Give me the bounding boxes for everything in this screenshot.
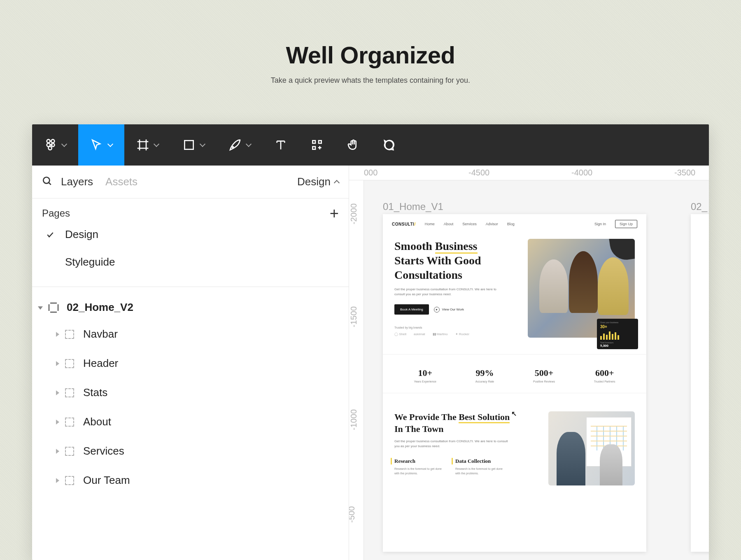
preview-section2-heading: We Provide The Best Solution↖ In The Tow…: [394, 411, 538, 435]
preview-col-text: Research is the foremost to get done wit…: [394, 467, 444, 476]
preview-nav-item: About: [444, 222, 454, 226]
preview-nav-item: Home: [425, 222, 435, 226]
chevron-down-icon: [200, 141, 205, 147]
svg-line-20: [49, 182, 51, 184]
group-icon: [65, 476, 74, 485]
resources-tool-button[interactable]: [299, 124, 335, 166]
preview-hero-image: Grow your business 30+ Total Investors 5…: [528, 239, 635, 346]
group-icon: [65, 359, 74, 368]
artboard-home-v2-partial[interactable]: [691, 214, 709, 552]
frame-tool-button[interactable]: [124, 124, 170, 166]
triangle-right-icon: [56, 390, 59, 395]
ruler-horizontal: 000 -4500 -4000 -3500: [349, 166, 709, 180]
group-icon: [65, 388, 74, 397]
triangle-right-icon: [56, 332, 59, 337]
pages-label: Pages: [42, 208, 70, 219]
group-icon: [65, 447, 74, 456]
layer-root[interactable]: 02_Home_V2: [32, 287, 349, 320]
text-tool-button[interactable]: [263, 124, 299, 166]
preview-hero-desc: Get the proper business consultation fro…: [394, 287, 497, 297]
preview-stats-row: 10+Years Experience 99%Accuracy Rate 500…: [383, 354, 646, 393]
play-icon: ▸: [434, 307, 440, 313]
tab-layers[interactable]: Layers: [61, 175, 93, 188]
left-panel: Layers Assets Design Pages + Design: [32, 166, 349, 560]
layer-name: Services: [83, 445, 124, 457]
svg-rect-14: [312, 140, 315, 143]
layer-name: About: [83, 415, 111, 428]
chevron-down-icon: [154, 141, 159, 147]
page-name: Design: [65, 228, 98, 241]
toolbar: [32, 124, 709, 166]
add-page-button[interactable]: +: [330, 209, 339, 217]
figma-window: Layers Assets Design Pages + Design: [32, 124, 709, 560]
preview-nav-item: Advisor: [486, 222, 498, 226]
preview-cta-button: Book A Meeting: [394, 304, 429, 315]
preview-signup: Sign Up: [615, 220, 637, 228]
page-item-styleguide[interactable]: Styleguide: [32, 248, 349, 276]
layer-name: 02_Home_V2: [67, 301, 133, 314]
triangle-right-icon: [56, 420, 59, 425]
chevron-down-icon: [246, 141, 252, 147]
page-title: Well Organized: [0, 41, 741, 69]
layer-item[interactable]: Services: [32, 436, 349, 466]
triangle-right-icon: [56, 449, 59, 454]
search-icon[interactable]: [42, 176, 53, 188]
page-subtitle: Take a quick preview whats the templates…: [0, 76, 741, 85]
preview-navbar: CONSULTI/ Home About Services Advisor Bl…: [383, 214, 646, 234]
artboard-home-v1[interactable]: CONSULTI/ Home About Services Advisor Bl…: [383, 214, 646, 552]
preview-hero-heading: Smooth Business Starts With Good Consult…: [394, 239, 520, 282]
frame-label[interactable]: 02_: [691, 201, 707, 212]
preview-col-heading: Data Collection: [452, 458, 505, 464]
triangle-right-icon: [56, 478, 59, 483]
svg-rect-8: [184, 140, 193, 149]
chevron-down-icon: [107, 141, 113, 147]
svg-point-9: [232, 147, 233, 148]
preview-brands: ◯ Shell askimat ▮▮ Martino ✦ Rocker: [394, 332, 520, 336]
preview-nav-item: Services: [462, 222, 477, 226]
preview-section2-image: [548, 411, 635, 485]
layer-item[interactable]: Stats: [32, 378, 349, 407]
group-icon: [65, 330, 74, 339]
move-tool-button[interactable]: [78, 124, 124, 166]
page-selector[interactable]: Design: [297, 175, 339, 188]
triangle-right-icon: [56, 361, 59, 366]
svg-rect-16: [312, 147, 315, 149]
shape-tool-button[interactable]: [170, 124, 217, 166]
frame-label[interactable]: 01_Home_V1: [383, 201, 443, 212]
check-icon: [44, 231, 56, 239]
preview-signin: Sign In: [594, 222, 606, 226]
ruler-vertical: -2000 -1500 -1000 -500: [349, 180, 364, 560]
comment-tool-button[interactable]: [371, 124, 408, 166]
preview-col-text: Research is the foremost to get done wit…: [455, 467, 505, 476]
layer-item[interactable]: Navbar: [32, 320, 349, 349]
layer-item[interactable]: About: [32, 407, 349, 436]
page-item-design[interactable]: Design: [32, 221, 349, 248]
tab-assets[interactable]: Assets: [105, 175, 137, 188]
chevron-down-icon: [61, 141, 67, 147]
svg-point-1: [51, 140, 54, 143]
layer-item[interactable]: Header: [32, 349, 349, 378]
pen-tool-button[interactable]: [217, 124, 263, 166]
layer-item[interactable]: Our Team: [32, 466, 349, 495]
canvas[interactable]: 000 -4500 -4000 -3500 -2000 -1500 -1000 …: [349, 166, 709, 560]
preview-nav-item: Blog: [507, 222, 515, 226]
preview-col-heading: Research: [391, 458, 444, 464]
svg-rect-15: [319, 140, 322, 143]
layer-name: Stats: [83, 386, 107, 399]
triangle-down-icon: [38, 306, 43, 310]
group-icon: [65, 418, 74, 427]
layer-name: Our Team: [83, 474, 130, 487]
preview-section2-desc: Get the proper business consultation fro…: [394, 439, 510, 449]
figma-menu-button[interactable]: [32, 124, 78, 166]
svg-point-19: [43, 177, 49, 183]
chevron-up-icon: [334, 180, 340, 185]
preview-play-button: ▸ View Our Work: [434, 307, 464, 313]
preview-stat-card: Grow your business 30+ Total Investors 5…: [597, 319, 638, 349]
page-name: Styleguide: [65, 256, 115, 268]
preview-trusted-label: Trusted by big brands: [394, 326, 520, 329]
frame-icon: [49, 303, 58, 313]
hand-tool-button[interactable]: [335, 124, 371, 166]
layer-name: Navbar: [83, 328, 118, 341]
svg-point-0: [47, 140, 50, 143]
layer-name: Header: [83, 357, 118, 370]
